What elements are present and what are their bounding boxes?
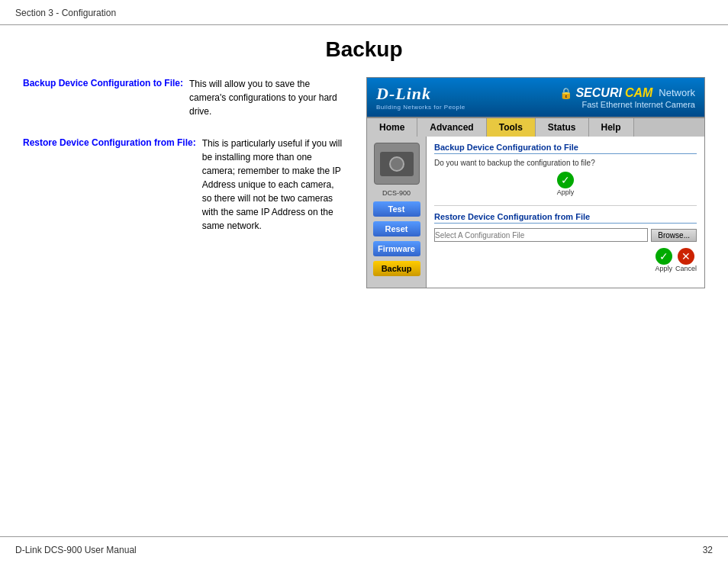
restore-cancel-icon: ✕: [678, 248, 694, 265]
backup-apply-btn[interactable]: ✓ Apply: [434, 172, 697, 196]
camera-body: DCS-900 Test Reset Firmware Backup Backu…: [367, 137, 704, 288]
file-input-row: Browse...: [434, 228, 697, 242]
backup-button[interactable]: Backup: [373, 261, 420, 276]
test-button[interactable]: Test: [373, 201, 420, 217]
backup-apply-area: ✓ Apply: [434, 172, 697, 196]
nav-advanced[interactable]: Advanced: [417, 118, 486, 137]
restore-apply-label: Apply: [655, 265, 672, 272]
file-path-input[interactable]: [434, 228, 648, 242]
backup-panel-desc: Do you want to backup the configuration …: [434, 159, 697, 167]
restore-section: Restore Device Configuration from File B…: [434, 205, 697, 272]
cam-sidebar: DCS-900 Test Reset Firmware Backup: [367, 137, 427, 288]
nav-help[interactable]: Help: [589, 118, 634, 137]
securicam-network-row: 🔒 SECURICAM Network: [559, 86, 695, 100]
nav-bar: Home Advanced Tools Status Help: [367, 117, 704, 137]
apply-check-icon: ✓: [557, 172, 574, 188]
backup-label: Backup Device Configuration to File:: [23, 77, 183, 118]
page-footer: D-Link DCS-900 User Manual 32: [0, 536, 728, 563]
dlink-logo-text: D-Link: [376, 84, 465, 104]
dlink-logo: D-Link Building Networks for People: [376, 84, 465, 111]
restore-block: Restore Device Configuration from File: …: [23, 137, 343, 233]
securicam-cam: CAM: [625, 86, 652, 100]
restore-apply-icon: ✓: [656, 248, 672, 265]
cam-main-panel: Backup Device Configuration to File Do y…: [427, 137, 704, 288]
camera-model-label: DCS-900: [382, 189, 411, 197]
footer-left: D-Link DCS-900 User Manual: [15, 545, 137, 555]
footer-page-number: 32: [703, 545, 713, 555]
restore-cancel-label: Cancel: [675, 265, 697, 272]
securicam-area: 🔒 SECURICAM Network Fast Ethernet Intern…: [559, 86, 695, 109]
nav-tools[interactable]: Tools: [487, 118, 536, 137]
network-label: Network: [659, 87, 695, 98]
page-title: Backup: [0, 37, 728, 62]
main-content: Backup Device Configuration to File: Thi…: [0, 77, 728, 288]
camera-image: [374, 143, 420, 185]
camera-ui: D-Link Building Networks for People 🔒 SE…: [366, 77, 705, 288]
backup-apply-label: Apply: [557, 188, 575, 196]
backup-desc: This will allow you to save the camera's…: [189, 77, 343, 118]
nav-home[interactable]: Home: [367, 118, 417, 137]
firmware-button[interactable]: Firmware: [373, 241, 420, 256]
restore-label: Restore Device Configuration from File:: [23, 137, 196, 233]
nav-status[interactable]: Status: [536, 118, 589, 137]
dlink-logo-sub: Building Networks for People: [376, 104, 465, 111]
restore-panel-title: Restore Device Configuration from File: [434, 212, 697, 224]
product-name: Fast Ethernet Internet Camera: [559, 100, 695, 109]
section-header: Section 3 - Configuration: [0, 0, 728, 25]
left-text: Backup Device Configuration to File: Thi…: [23, 77, 343, 288]
camera-shape: [380, 152, 414, 176]
backup-section: Backup Device Configuration to File Do y…: [434, 143, 697, 196]
restore-desc: This is particularly useful if you will …: [202, 137, 343, 233]
backup-panel-title: Backup Device Configuration to File: [434, 143, 697, 154]
restore-cancel-btn[interactable]: ✕ Cancel: [675, 248, 697, 272]
dlink-header: D-Link Building Networks for People 🔒 SE…: [367, 78, 704, 117]
restore-btn-group: ✓ Apply ✕ Cancel: [434, 248, 697, 272]
reset-button[interactable]: Reset: [373, 221, 420, 236]
backup-block: Backup Device Configuration to File: Thi…: [23, 77, 343, 118]
browse-button[interactable]: Browse...: [651, 229, 697, 242]
section-label: Section 3 - Configuration: [15, 8, 116, 18]
restore-apply-btn[interactable]: ✓ Apply: [655, 248, 672, 272]
